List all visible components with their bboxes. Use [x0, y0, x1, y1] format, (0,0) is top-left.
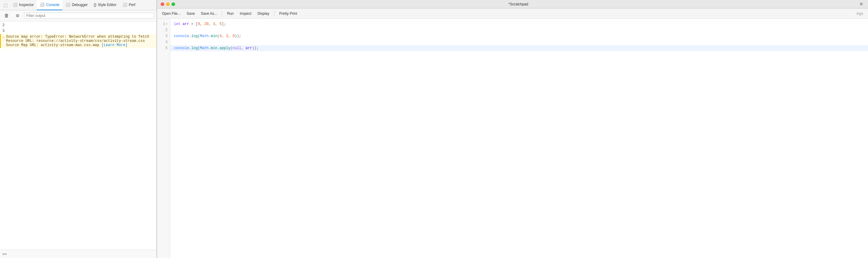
clear-console-button[interactable]: 🗑 [2, 11, 11, 20]
tab-style-editor[interactable]: {} Style Editor [91, 0, 119, 10]
console-icon: ⬜ [40, 2, 44, 7]
console-error-text: Source map error: TypeError: NetworkErro… [6, 35, 154, 47]
punct-eq: = [ [189, 21, 198, 27]
code-line-3: console.log(Math.min(4, 2, 9)); [170, 33, 868, 39]
tab-inspector[interactable]: ⬜ Inspector [10, 0, 37, 10]
filter-input[interactable] [24, 13, 154, 19]
console-ident-2: console [174, 45, 189, 51]
scratchpad-close-button[interactable]: ✕ [858, 1, 864, 7]
error-resource-url: Resource URL: resource://activity-stream… [6, 39, 145, 43]
devtools-tab-bar: ⬚ ⬜ Inspector ⬜ Console ⬜ Debugger {} St… [0, 0, 156, 10]
console-ident: console [174, 33, 189, 39]
code-line-4 [170, 39, 868, 45]
code-line-2 [170, 27, 868, 33]
inspector-icon: ⬜ [13, 2, 18, 7]
num-20: 20 [204, 21, 209, 27]
num-5: 5 [219, 21, 221, 27]
fold-arrow-1[interactable]: ▾ [166, 21, 167, 27]
save-button[interactable]: Save [184, 10, 197, 17]
tab-console[interactable]: ⬜ Console [37, 0, 62, 10]
editor-gutter: 1 ▾ 2 3 4 5 [157, 19, 170, 258]
min-method-2: min [211, 45, 217, 51]
tab-performance-label: Perf [129, 3, 135, 7]
gutter-line-2: 2 [157, 27, 170, 33]
gutter-line-4: 4 [157, 39, 170, 45]
editor-code-area[interactable]: let arr = [9, 20, 3, 5]; console.log(Mat… [170, 19, 868, 258]
tab-performance[interactable]: ⬜ Perf [119, 0, 138, 10]
pretty-print-button[interactable]: Pretty Print [277, 10, 300, 17]
log-method-2: log [191, 45, 198, 51]
num-2: 2 [226, 33, 228, 39]
maximize-window-button[interactable] [172, 2, 175, 6]
gutter-line-5: 5 [157, 45, 170, 51]
console-output-line-1: 2 [0, 23, 156, 28]
performance-icon: ⬜ [122, 2, 127, 7]
responsive-design-icon[interactable]: ⬚ [1, 1, 10, 9]
style-editor-icon: {} [94, 2, 96, 7]
var-arr: arr [183, 21, 189, 27]
scratchpad-editor: 1 ▾ 2 3 4 5 let ar [157, 19, 868, 258]
apply-method: apply [219, 45, 230, 51]
console-output-value-2: 3 [2, 29, 154, 33]
gutter-line-1: 1 ▾ [157, 21, 170, 27]
console-output-line-2: 3 [0, 28, 156, 34]
tab-console-label: Console [46, 3, 59, 7]
arr-ref: arr [246, 45, 252, 51]
num-9b: 9 [232, 33, 235, 39]
console-input[interactable] [8, 252, 154, 256]
warning-icon: ⚠ [2, 35, 5, 39]
num-4: 4 [219, 33, 221, 39]
scratchpad-panel: *Scratchpad ✕ Open File... Save Save As.… [157, 0, 868, 258]
min-method: min [211, 33, 217, 39]
num-9: 9 [198, 21, 200, 27]
keyword-let: let [174, 21, 183, 27]
tab-inspector-label: Inspector [19, 3, 34, 7]
console-input-bar: >> [0, 250, 156, 258]
devtools-panel: ⬚ ⬜ Inspector ⬜ Console ⬜ Debugger {} St… [0, 0, 157, 258]
code-line-5: console.log(Math.min.apply(null, arr)); [170, 45, 868, 51]
toolbar-separator-1 [222, 11, 222, 16]
window-controls [161, 2, 175, 6]
num-3: 3 [213, 21, 215, 27]
error-message: Source map error: TypeError: NetworkErro… [6, 35, 149, 39]
tab-debugger[interactable]: ⬜ Debugger [62, 0, 91, 10]
tab-debugger-label: Debugger [72, 3, 88, 7]
error-source-map-url: Source Map URL: activity-stream-mac.css.… [6, 43, 101, 47]
open-file-button[interactable]: Open File... [159, 10, 183, 17]
gutter-line-3: 3 [157, 33, 170, 39]
code-line-1: let arr = [9, 20, 3, 5]; [170, 21, 868, 27]
save-as-button[interactable]: Save As... [198, 10, 219, 17]
tab-style-editor-label: Style Editor [98, 3, 116, 7]
inspect-button[interactable]: Inspect [237, 10, 254, 17]
run-button[interactable]: Run [224, 10, 236, 17]
console-prompt: >> [2, 252, 7, 256]
console-error-line: ⚠ Source map error: TypeError: NetworkEr… [0, 34, 156, 48]
logs-label: logs [854, 10, 866, 17]
console-toolbar: 🗑 ⚙ [0, 10, 156, 22]
learn-more-link[interactable]: [Learn More] [101, 43, 127, 47]
scratchpad-toolbar: Open File... Save Save As... Run Inspect… [157, 8, 868, 19]
console-output: 2 3 ⚠ Source map error: TypeError: Netwo… [0, 22, 156, 250]
log-method: log [191, 33, 198, 39]
display-button[interactable]: Display [255, 10, 272, 17]
console-output-value-1: 2 [2, 23, 154, 27]
math-ident-2: Math [200, 45, 209, 51]
null-kw: null [232, 45, 241, 51]
minimize-window-button[interactable] [166, 2, 170, 6]
close-window-button[interactable] [161, 2, 164, 6]
scratchpad-title: *Scratchpad [179, 2, 858, 6]
scratchpad-titlebar: *Scratchpad ✕ [157, 0, 868, 8]
debugger-icon: ⬜ [65, 2, 70, 7]
toolbar-separator-2 [274, 11, 275, 16]
filter-icon-button[interactable]: ⚙ [13, 11, 22, 20]
math-ident: Math [200, 33, 209, 39]
